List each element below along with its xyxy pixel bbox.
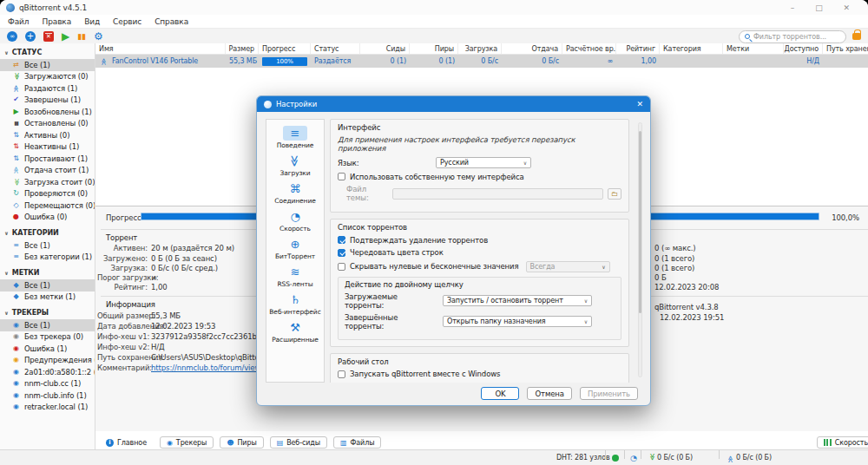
pause-button[interactable]: ▮▮ <box>77 32 86 41</box>
theme-file-input[interactable] <box>392 188 603 200</box>
sidebar-item-tracker-warning[interactable]: ◉Предупреждения (0) <box>0 355 95 367</box>
tab-webseeds[interactable]: ▤Веб-сиды <box>270 436 327 449</box>
tab-general[interactable]: iГлавное <box>99 436 154 449</box>
col-ratio[interactable]: Рейтинг <box>616 43 660 54</box>
sidebar-item-tag-all[interactable]: ◆Все (1) <box>0 279 95 291</box>
custom-theme-checkbox[interactable] <box>338 173 345 180</box>
sidebar-item-moving[interactable]: ◇Перемещаются (0) <box>0 200 95 212</box>
sidebar-item-trackerless[interactable]: ◉Без трекера (0) <box>0 331 95 344</box>
col-save-path[interactable]: Путь хранен... <box>823 43 868 54</box>
sidebar-item-stalled-uploading[interactable]: ≫Отдача стоит (1) <box>0 165 95 177</box>
sidebar-item-untagged[interactable]: ◆Без метки (1) <box>0 291 95 304</box>
custom-theme-option[interactable]: Использовать собственную тему интерфейса <box>338 173 621 181</box>
tab-peers[interactable]: ☻Пиры <box>220 436 263 449</box>
comment-link[interactable]: https://nnmclub.to/forum/viewtopic.php? <box>151 363 257 372</box>
trackers-section-header[interactable]: ∨ТРЕКЕРЫ <box>0 306 95 319</box>
add-torrent-file-button[interactable]: + <box>25 31 36 42</box>
torrent-filter-search[interactable]: Фильтр торрентов... <box>739 30 846 43</box>
language-select[interactable]: Русский∨ <box>436 157 531 168</box>
col-eta[interactable]: Расчётное вр... <box>562 43 616 54</box>
menu-tools[interactable]: Сервис <box>113 17 141 26</box>
sidebar-item-downloading[interactable]: ≫Загружаются (0) <box>0 71 95 83</box>
sidebar-item-stalled[interactable]: ⇅Простаивают (1) <box>0 153 95 165</box>
cancel-button[interactable]: Отмена <box>527 387 571 400</box>
lock-icon[interactable] <box>852 33 861 40</box>
show-splash-option[interactable]: Показывать заставку при запуске программ… <box>338 383 621 383</box>
downloading-action-select[interactable]: Запустить / остановить торрент∨ <box>443 295 592 306</box>
sidebar-item-completed[interactable]: ✔Завершены (1) <box>0 95 95 107</box>
confirm-delete-option[interactable]: Подтверждать удаление торрентов <box>338 236 621 245</box>
sidebar-item-seeding[interactable]: ≫Раздаются (1) <box>0 82 95 95</box>
tab-files[interactable]: ▥Файлы <box>333 436 381 449</box>
apply-button[interactable]: Применить <box>580 387 638 400</box>
col-name[interactable]: Имя <box>95 43 226 54</box>
col-progress[interactable]: Прогресс <box>259 43 311 54</box>
dialog-scrollbar[interactable] <box>638 122 642 377</box>
speed-graph-button[interactable]: Скорость <box>817 436 868 449</box>
sidebar-item-checking[interactable]: ↻Проверяются (0) <box>0 188 95 200</box>
resume-button[interactable]: ▶ <box>62 30 69 43</box>
col-size[interactable]: Размер <box>226 43 259 54</box>
nav-rss[interactable]: ≋RSS-ленты <box>267 263 323 291</box>
col-seeds[interactable]: Сиды <box>360 43 410 54</box>
checkbox[interactable] <box>338 370 345 378</box>
browse-folder-button[interactable]: 🗀 <box>608 188 621 200</box>
hide-zero-option[interactable]: Скрывать нулевые и бесконечные значения … <box>338 261 621 272</box>
sidebar-item-uncategorized[interactable]: ≡Без категории (1) <box>0 252 95 264</box>
col-category[interactable]: Категория <box>660 43 723 54</box>
maximize-button[interactable]: □ <box>815 3 822 12</box>
alternate-rows-option[interactable]: Чередовать цвета строк <box>338 248 621 257</box>
start-with-windows-option[interactable]: Запускать qBittorrent вместе с Windows <box>338 370 621 378</box>
nav-downloads[interactable]: ≫Загрузки <box>267 152 323 180</box>
delete-torrent-button[interactable]: ✕ <box>43 31 54 42</box>
minimize-button[interactable]: – <box>791 3 794 12</box>
col-peers[interactable]: Пиры <box>410 43 458 54</box>
menu-view[interactable]: Вид <box>84 17 100 26</box>
nav-advanced[interactable]: ⚒Расширенные <box>267 318 323 346</box>
menu-edit[interactable]: Правка <box>42 17 71 26</box>
sidebar-item-tracker-nnm-club-cc[interactable]: ◉nnm-club.cc (1) <box>0 378 95 390</box>
connection-status-icon[interactable] <box>612 450 619 465</box>
dialog-close-button[interactable]: ✕ <box>637 100 643 108</box>
ok-button[interactable]: OK <box>481 387 519 400</box>
sidebar-item-tracker-nnm-club-info[interactable]: ◉nnm-club.info (1) <box>0 390 95 402</box>
col-up-speed[interactable]: Отдача <box>502 43 562 54</box>
tab-trackers[interactable]: ◉Трекеры <box>160 436 214 449</box>
add-torrent-link-button[interactable]: ∞ <box>7 31 17 42</box>
col-down-speed[interactable]: Загрузка <box>458 43 502 54</box>
menu-help[interactable]: Справка <box>155 17 188 26</box>
sidebar-item-tracker-error[interactable]: ◉Ошибка (1) <box>0 343 95 355</box>
sidebar-item-stalled-downloading[interactable]: ≫Загрузка стоит (0) <box>0 176 95 188</box>
sidebar-item-all[interactable]: ⇄Все (1) <box>0 59 95 71</box>
nav-bittorrent[interactable]: ⊕БитТоррент <box>267 235 323 263</box>
categories-section-header[interactable]: ∨КАТЕГОРИИ <box>0 226 95 239</box>
sidebar-item-resumed[interactable]: ▶Возобновлены (1) <box>0 106 95 118</box>
sidebar-item-category-all[interactable]: ≡Все (1) <box>0 239 95 252</box>
tags-section-header[interactable]: ∨МЕТКИ <box>0 266 95 279</box>
nav-connection[interactable]: ⌘Соединение <box>267 180 323 207</box>
col-status[interactable]: Статус <box>311 43 360 54</box>
status-section-header[interactable]: ∨СТАТУС <box>0 46 95 59</box>
col-tags[interactable]: Метки <box>723 43 784 54</box>
torrent-row[interactable]: ≫FanControl V146 Portable 55,3 МБ 100% Р… <box>95 55 868 68</box>
alternate-rows-checkbox[interactable] <box>338 249 345 257</box>
menu-file[interactable]: Файл <box>8 17 29 26</box>
alt-speed-icon[interactable]: ◔ <box>630 450 637 465</box>
close-button[interactable]: ✕ <box>844 3 850 12</box>
options-button[interactable]: ⚙ <box>94 30 103 43</box>
hide-zero-checkbox[interactable] <box>338 263 345 271</box>
sidebar-item-tracker-ip[interactable]: ◉2a01:d0:a580:1::2 (1) <box>0 366 95 378</box>
nav-speed[interactable]: ◔Скорость <box>267 207 323 235</box>
sidebar-item-active[interactable]: ⇅Активны (0) <box>0 129 95 141</box>
col-availability[interactable]: Доступно <box>784 43 823 54</box>
sidebar-item-paused[interactable]: ▮▮Остановлены (0) <box>0 118 95 130</box>
sidebar-item-errored[interactable]: ●Ошибка (0) <box>0 212 95 224</box>
sidebar-item-tracker-all[interactable]: ◉Все (1) <box>0 319 95 331</box>
scrollbar-thumb[interactable] <box>639 131 641 313</box>
nav-webui[interactable]: ♄Веб-интерфейс <box>267 291 323 318</box>
confirm-delete-checkbox[interactable] <box>338 236 345 244</box>
sidebar-item-inactive[interactable]: ⇅Неактивны (1) <box>0 141 95 154</box>
completed-action-select[interactable]: Открыть папку назначения∨ <box>443 316 592 327</box>
status-bar: DHT: 281 узлов ◔ ≫ 0 Б/с (0 Б) ≫ 0 Б/с (… <box>0 449 868 465</box>
sidebar-item-tracker-retracker[interactable]: ◉retracker.local (1) <box>0 402 95 414</box>
